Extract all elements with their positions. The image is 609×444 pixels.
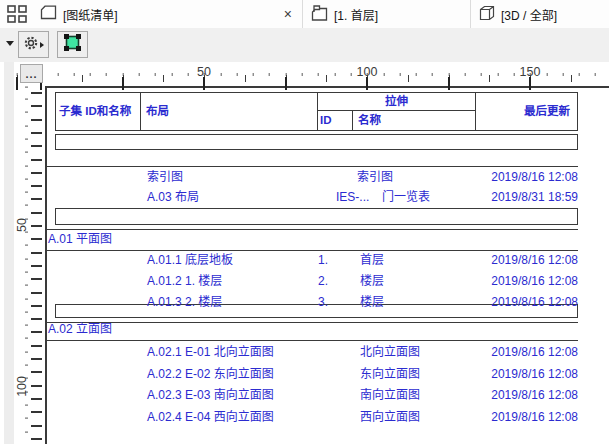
column-header-subset: 子集 ID和名称 (59, 92, 131, 131)
cell-drawing-name: 南向立面图 (360, 385, 420, 406)
table-row[interactable]: A.02.2 E-02 东向立面图 东向立面图 2019/8/16 12:08 (0, 364, 609, 385)
empty-row-box (55, 134, 578, 150)
column-header-layout: 布局 (146, 92, 169, 131)
cell-last-updated: 2019/8/16 12:08 (475, 292, 578, 313)
section-divider (47, 229, 578, 230)
app-window: [图纸清单] × [1. 首层] [3D / 全部] (0, 0, 609, 444)
cell-drawing-name: 首层 (360, 250, 384, 271)
cell-drawing-name: 门一览表 (382, 187, 430, 208)
table-row[interactable]: 索引图 索引图 2019/8/16 12:08 (0, 167, 609, 188)
table-row[interactable]: A.01.1 底层地板 1. 首层 2019/8/16 12:08 (0, 250, 609, 271)
ruler-options-label: ... (25, 70, 37, 78)
cell-drawing-id: 2. (318, 271, 328, 292)
cell-drawing-name: 东向立面图 (360, 364, 420, 385)
table-border (317, 110, 475, 111)
cell-last-updated: 2019/8/16 12:08 (475, 167, 578, 188)
cell-layout: A.02.4 E-04 西向立面图 (147, 407, 274, 428)
cell-drawing-name: 楼层 (360, 271, 384, 292)
cell-last-updated: 2019/8/31 18:59 (475, 187, 578, 208)
table-row[interactable]: A.02.1 E-01 北向立面图 北向立面图 2019/8/16 12:08 (0, 342, 609, 363)
table-row[interactable]: A.02.4 E-04 西向立面图 西向立面图 2019/8/16 12:08 (0, 407, 609, 428)
cell-drawing-id: 1. (318, 250, 328, 271)
cell-last-updated: 2019/8/16 12:08 (475, 250, 578, 271)
table-row[interactable]: A.01.3 2. 楼层 3. 楼层 2019/8/16 12:08 (0, 292, 609, 313)
cell-drawing-name: 楼层 (360, 292, 384, 313)
column-header-id: ID (320, 110, 332, 131)
column-header-name: 名称 (358, 110, 381, 131)
cell-drawing-name: 索引图 (357, 167, 393, 188)
section-divider (47, 340, 578, 341)
cell-layout: A.01.2 1. 楼层 (147, 271, 222, 292)
cell-layout: A.02.2 E-02 东向立面图 (147, 364, 274, 385)
cell-last-updated: 2019/8/16 12:08 (475, 271, 578, 292)
cell-layout: A.01.3 2. 楼层 (147, 292, 222, 313)
cell-drawing-name: 北向立面图 (360, 342, 420, 363)
section-divider (47, 322, 578, 323)
table-border (140, 92, 141, 131)
ruler-major-ticks (14, 77, 609, 90)
table-row[interactable]: A.01.2 1. 楼层 2. 楼层 2019/8/16 12:08 (0, 271, 609, 292)
cell-layout: A.02.3 E-03 南向立面图 (147, 385, 274, 406)
cell-last-updated: 2019/8/16 12:08 (475, 407, 578, 428)
table-border (352, 110, 353, 131)
section-title: A.01 平面图 (48, 229, 112, 250)
cell-layout: 索引图 (147, 167, 183, 188)
table-row[interactable]: A.02.3 E-03 南向立面图 南向立面图 2019/8/16 12:08 (0, 385, 609, 406)
cell-layout: A.02.1 E-01 北向立面图 (147, 342, 274, 363)
cell-layout: A.03 布局 (147, 187, 199, 208)
cell-last-updated: 2019/8/16 12:08 (475, 385, 578, 406)
column-header-updated: 最后更新 (475, 92, 570, 131)
cell-drawing-id: IES-... (336, 187, 369, 208)
table-row[interactable]: A.03 布局 IES-... 门一览表 2019/8/31 18:59 (0, 187, 609, 208)
empty-row-box (55, 208, 578, 225)
layout-sheet-canvas[interactable]: 子集 ID和名称 布局 拉伸 ID 名称 最后更新 索引图 索引图 2019/8… (0, 0, 609, 444)
cell-drawing-id: 3. (318, 292, 328, 313)
cell-last-updated: 2019/8/16 12:08 (475, 342, 578, 363)
section-title: A.02 立面图 (48, 319, 112, 340)
cell-drawing-name: 西向立面图 (360, 407, 420, 428)
cell-layout: A.01.1 底层地板 (147, 250, 233, 271)
ruler-options-button[interactable]: ... (20, 64, 43, 83)
cell-last-updated: 2019/8/16 12:08 (475, 364, 578, 385)
column-header-group: 拉伸 (318, 92, 475, 110)
